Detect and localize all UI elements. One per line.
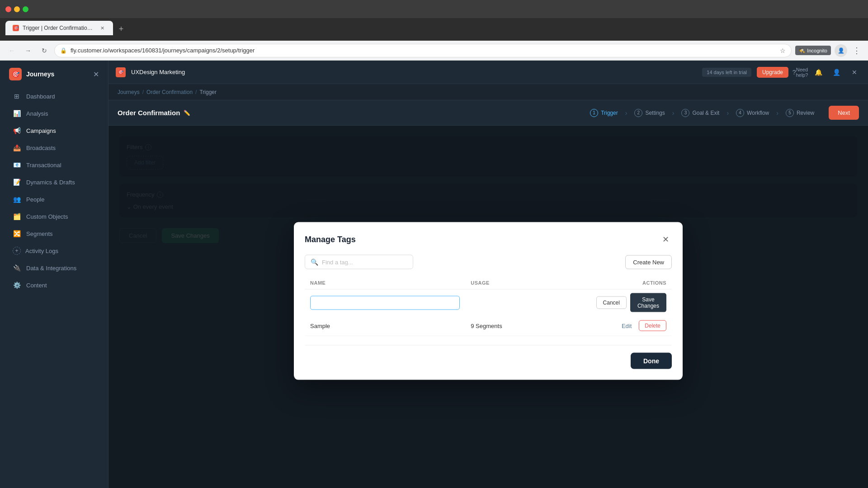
incognito-indicator: 🕵 Incognito [795,46,831,55]
table-row-editing: Cancel Save Changes [305,289,672,316]
campaign-name: Order Confirmation [118,109,180,117]
notifications-button[interactable]: 🔔 [812,66,825,79]
step-num-review: 5 [786,109,794,117]
more-options-button[interactable]: ⋮ [851,44,863,57]
search-icon: 🔍 [311,258,318,266]
tab-workflow[interactable]: 4 Workflow [731,106,774,120]
tag-actions-cell: Edit Delete [591,316,672,336]
breadcrumb-sep-2: / [195,89,197,95]
sidebar-item-transactional[interactable]: 📧 Transactional [4,157,104,173]
tab-settings[interactable]: 2 Settings [629,106,670,120]
dialog-search-row: 🔍 Create New [305,255,672,269]
sidebar-item-activity-logs[interactable]: + Activity Logs [4,243,104,258]
sidebar-label-segments: Segments [26,230,53,237]
manage-tags-dialog: Manage Tags ✕ 🔍 Create New [294,222,683,380]
tab-title: Trigger | Order Confirmation | C [23,25,95,31]
help-button[interactable]: ? Need help? [794,66,807,79]
sidebar-item-data-integrations[interactable]: 🔌 Data & Integrations [4,260,104,276]
profile-button[interactable]: 👤 [835,44,847,57]
step-num-workflow: 4 [736,109,744,117]
dialog-title: Manage Tags [305,235,356,244]
sidebar-label-data-integrations: Data & Integrations [26,265,76,272]
dialog-close-button[interactable]: ✕ [659,233,672,246]
window-maximize-button[interactable] [23,6,28,12]
window-minimize-button[interactable] [14,6,20,12]
nav-forward-button[interactable]: → [22,44,34,57]
address-bar: 🔒 fly.customer.io/workspaces/160831/jour… [54,44,792,57]
dynamics-icon: 📝 [13,178,21,186]
editing-name-cell [305,289,465,316]
save-changes-inline-button[interactable]: Save Changes [630,293,666,312]
sidebar-item-custom-objects[interactable]: 🗂️ Custom Objects [4,208,104,225]
step-label-review: Review [797,110,814,116]
step-label-workflow: Workflow [747,110,769,116]
new-tag-name-input[interactable] [310,296,460,310]
sidebar-item-analysis[interactable]: 📊 Analysis [4,105,104,122]
breadcrumb-campaign[interactable]: Order Confirmation [146,89,193,95]
editing-actions-cell: Cancel Save Changes [591,289,672,316]
ssl-lock-icon: 🔒 [60,47,67,54]
breadcrumb-sep-1: / [142,89,144,95]
settings-button[interactable]: ✕ [848,66,861,79]
campaigns-icon: 📢 [13,127,21,134]
done-button[interactable]: Done [631,353,672,369]
edit-tag-button[interactable]: Edit [618,320,635,331]
search-box: 🔍 [305,255,413,269]
tab-favicon: 🎯 [13,25,19,31]
workspace-name: UXDesign Marketing [131,69,185,75]
tab-review[interactable]: 5 Review [780,106,820,120]
top-bar: 🎯 UXDesign Marketing 14 days left in tri… [108,61,868,84]
sidebar-item-content[interactable]: ⚙️ Content [4,277,104,293]
next-button[interactable]: Next [829,106,859,120]
create-new-button[interactable]: Create New [625,255,672,269]
sidebar-item-dashboard[interactable]: ⊞ Dashboard [4,88,104,104]
dashboard-icon: ⊞ [13,93,21,100]
tag-name-cell: Sample [305,316,465,336]
breadcrumb-trigger: Trigger [199,89,217,95]
sidebar-label-content: Content [26,282,47,289]
sidebar-label-custom-objects: Custom Objects [26,213,68,220]
sidebar-item-campaigns[interactable]: 📢 Campaigns [4,122,104,139]
dialog-footer: Done [305,345,672,369]
upgrade-button[interactable]: Upgrade [757,67,788,78]
sidebar-item-broadcasts[interactable]: 📤 Broadcasts [4,140,104,156]
people-icon: 👥 [13,196,21,203]
delete-tag-button[interactable]: Delete [639,320,666,331]
transactional-icon: 📧 [13,161,21,169]
trial-badge: 14 days left in trial [702,68,751,77]
sidebar-label-campaigns: Campaigns [26,127,56,134]
new-tab-button[interactable]: + [115,23,127,35]
nav-back-button[interactable]: ← [5,44,18,57]
step-label-goal: Goal & Exit [692,110,719,116]
user-profile-button[interactable]: 👤 [830,66,843,79]
sidebar-label-broadcasts: Broadcasts [26,145,56,151]
tag-search-input[interactable] [322,258,394,265]
sidebar-label-dynamics: Dynamics & Drafts [26,179,75,186]
sidebar-collapse-button[interactable]: ✕ [93,70,99,79]
page-body: Filters i Add filter Frequency i ⌄ On ev… [108,126,868,488]
tab-goal-exit[interactable]: 3 Goal & Exit [676,106,725,120]
col-header-name: NAME [305,277,465,290]
tab-trigger[interactable]: 1 Trigger [585,106,623,120]
campaign-edit-icon[interactable]: ✏️ [184,110,190,116]
cancel-inline-button[interactable]: Cancel [596,296,627,309]
tab-close-button[interactable]: ✕ [99,24,106,32]
col-header-actions: ACTIONS [591,277,672,290]
broadcasts-icon: 📤 [13,144,21,151]
segments-icon: 🔀 [13,230,21,237]
dialog-header: Manage Tags ✕ [305,233,672,246]
question-icon: ? [793,69,796,76]
nav-reload-button[interactable]: ↻ [38,44,51,57]
sidebar-item-segments[interactable]: 🔀 Segments [4,225,104,242]
step-tabs: 1 Trigger › 2 Settings › 3 Goal & Exit ›… [585,106,820,120]
breadcrumb-journeys[interactable]: Journeys [118,89,140,95]
sidebar-item-dynamics[interactable]: 📝 Dynamics & Drafts [4,174,104,190]
sidebar-label-transactional: Transactional [26,162,61,169]
sidebar-logo-icon: 🎯 [9,68,22,80]
bookmark-icon[interactable]: ☆ [780,47,786,54]
step-sep-2: › [672,109,675,117]
window-close-button[interactable] [5,6,11,12]
browser-tab[interactable]: 🎯 Trigger | Order Confirmation | C ✕ [5,21,113,35]
tags-table: NAME USAGE ACTIONS [305,277,672,336]
sidebar-item-people[interactable]: 👥 People [4,191,104,207]
